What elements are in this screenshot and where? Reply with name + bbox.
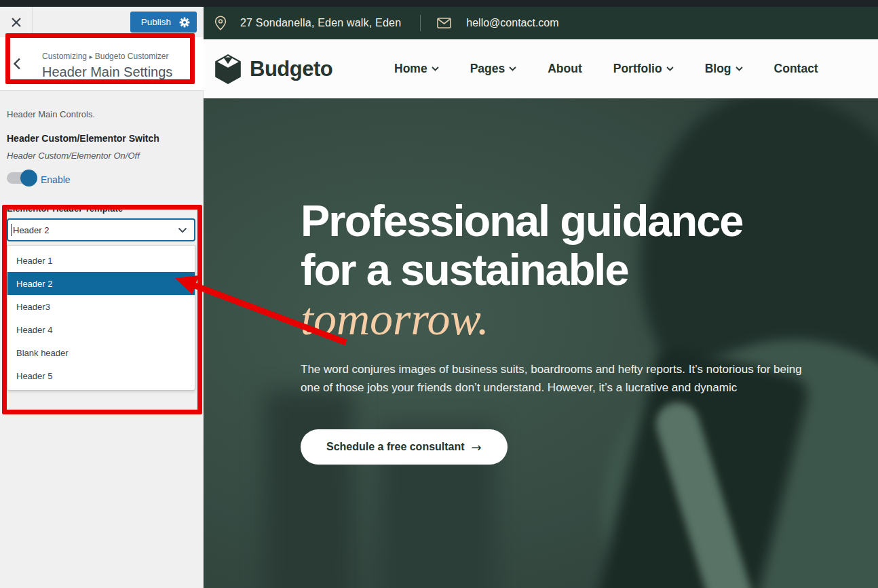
text-caret bbox=[11, 224, 12, 236]
budgeto-cube-icon bbox=[214, 54, 242, 85]
breadcrumb-root: Customizing bbox=[42, 52, 87, 61]
back-button[interactable] bbox=[7, 52, 27, 75]
breadcrumb: Customizing ▸ Budgeto Customizer bbox=[42, 52, 168, 61]
site-logo-text: Budgeto bbox=[250, 57, 332, 81]
switch-control-description: Header Custom/Elementor On/Off bbox=[7, 151, 140, 161]
main-nav: Home Pages About Portfolio Blog Contact bbox=[394, 39, 818, 98]
site-topbar: 27 Sondanella, Eden walk, Eden hello@con… bbox=[204, 7, 878, 39]
breadcrumb-separator-icon: ▸ bbox=[89, 53, 92, 60]
panel-description: Header Main Controls. bbox=[7, 109, 95, 119]
topbar-divider bbox=[420, 15, 421, 31]
switch-control-heading: Header Custom/Elementor Switch bbox=[7, 133, 159, 144]
section-title-panel: Customizing ▸ Budgeto Customizer Header … bbox=[0, 37, 204, 91]
page-title: Header Main Settings bbox=[42, 64, 172, 80]
option-header3[interactable]: Header3 bbox=[7, 295, 195, 318]
publish-button-label: Publish bbox=[141, 17, 171, 27]
nav-item-about[interactable]: About bbox=[548, 62, 582, 76]
chevron-down-icon bbox=[432, 66, 439, 71]
admin-top-strip bbox=[0, 0, 878, 7]
hero-heading-accent: tomorrow. bbox=[301, 294, 816, 343]
chevron-down-icon bbox=[178, 227, 187, 233]
publish-settings-gear-icon[interactable] bbox=[179, 17, 190, 28]
nav-item-contact[interactable]: Contact bbox=[774, 62, 818, 76]
email-icon bbox=[437, 18, 451, 28]
schedule-consultant-button[interactable]: Schedule a free consultant → bbox=[301, 429, 508, 465]
chevron-down-icon bbox=[509, 66, 516, 71]
hero-paragraph: The word conjures images of business sui… bbox=[301, 361, 806, 397]
hero-section: Professional guidance for a sustainable … bbox=[204, 98, 878, 588]
nav-item-home[interactable]: Home bbox=[394, 62, 439, 76]
header-template-select[interactable]: Header 2 bbox=[7, 218, 195, 241]
site-preview: 27 Sondanella, Eden walk, Eden hello@con… bbox=[204, 7, 878, 588]
option-header-1[interactable]: Header 1 bbox=[7, 249, 195, 272]
arrow-right-icon: → bbox=[472, 440, 482, 454]
option-header-5[interactable]: Header 5 bbox=[7, 364, 195, 387]
selected-template-value: Header 2 bbox=[13, 225, 178, 235]
template-option-list: Header 1 Header 2 Header3 Header 4 Blank… bbox=[7, 245, 195, 391]
chevron-left-icon bbox=[13, 58, 21, 70]
cta-label: Schedule a free consultant bbox=[326, 441, 465, 453]
nav-item-pages[interactable]: Pages bbox=[470, 62, 517, 76]
customizer-sidebar: Publish Customizing ▸ Budgeto Custom bbox=[0, 7, 204, 588]
location-pin-icon bbox=[214, 16, 227, 31]
close-icon bbox=[12, 18, 21, 27]
chevron-down-icon bbox=[736, 66, 743, 71]
site-logo[interactable]: Budgeto bbox=[214, 54, 332, 85]
topbar-address: 27 Sondanella, Eden walk, Eden bbox=[240, 17, 401, 29]
nav-item-blog[interactable]: Blog bbox=[705, 62, 743, 76]
toggle-knob bbox=[20, 170, 37, 187]
site-header: Budgeto Home Pages About Portfolio Blog bbox=[204, 39, 878, 98]
close-customizer-button[interactable] bbox=[0, 7, 33, 37]
publish-button[interactable]: Publish bbox=[130, 12, 197, 33]
customizer-topbar: Publish bbox=[0, 7, 204, 37]
breadcrumb-section: Budgeto Customizer bbox=[95, 52, 169, 61]
topbar-email-link[interactable]: hello@contact.com bbox=[466, 17, 558, 29]
header-switch-toggle[interactable] bbox=[7, 172, 35, 184]
hero-heading-line1: Professional guidance bbox=[301, 196, 743, 246]
nav-item-portfolio[interactable]: Portfolio bbox=[613, 62, 674, 76]
option-header-2-selected[interactable]: Header 2 bbox=[7, 272, 195, 295]
chevron-down-icon bbox=[666, 66, 674, 71]
option-blank-header[interactable]: Blank header bbox=[7, 341, 195, 364]
hero-heading: Professional guidance for a sustainable … bbox=[301, 197, 816, 343]
option-header-4[interactable]: Header 4 bbox=[7, 318, 195, 341]
hero-heading-line2: for a sustainable bbox=[301, 245, 628, 294]
template-select-label: Elementor Header Template bbox=[7, 203, 123, 214]
hero-content: Professional guidance for a sustainable … bbox=[301, 197, 816, 465]
toggle-label: Enable bbox=[41, 174, 71, 185]
